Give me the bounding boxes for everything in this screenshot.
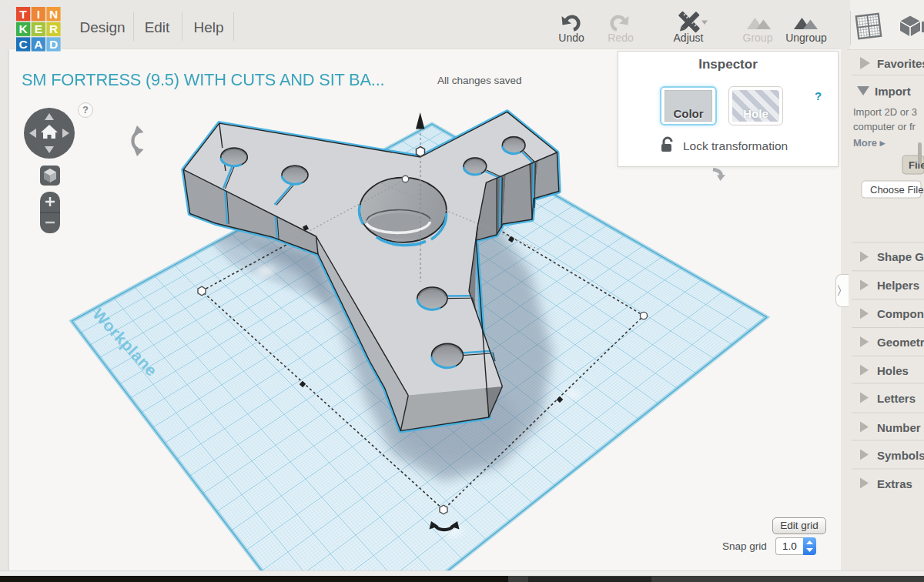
svg-text:D: D [49, 38, 58, 51]
svg-text:T: T [19, 8, 27, 21]
svg-text:More ▸: More ▸ [853, 137, 886, 149]
svg-text:Import 2D or 3: Import 2D or 3 [853, 106, 917, 118]
svg-text:Holes: Holes [877, 364, 909, 377]
svg-text:Compone: Compone [877, 307, 924, 320]
svg-text:N: N [49, 8, 58, 21]
svg-text:Geometric: Geometric [877, 336, 924, 349]
svg-text:Helpers: Helpers [877, 279, 919, 292]
svg-text:Favorites: Favorites [877, 57, 924, 70]
svg-text:E: E [35, 22, 42, 35]
svg-text:K: K [18, 22, 28, 35]
svg-text:Import: Import [875, 85, 911, 98]
svg-text:Shape Gen: Shape Gen [877, 250, 924, 263]
svg-text:Number: Number [877, 421, 921, 434]
svg-text:Symbols: Symbols [877, 449, 924, 462]
svg-text:C: C [18, 38, 27, 51]
svg-text:computer or fr: computer or fr [853, 121, 916, 132]
svg-text:Choose File: Choose File [870, 184, 923, 196]
svg-text:R: R [49, 22, 58, 35]
svg-text:Letters: Letters [877, 392, 916, 405]
svg-text:Extras: Extras [877, 477, 912, 490]
svg-text:I: I [37, 8, 40, 21]
svg-text:A: A [34, 38, 42, 51]
